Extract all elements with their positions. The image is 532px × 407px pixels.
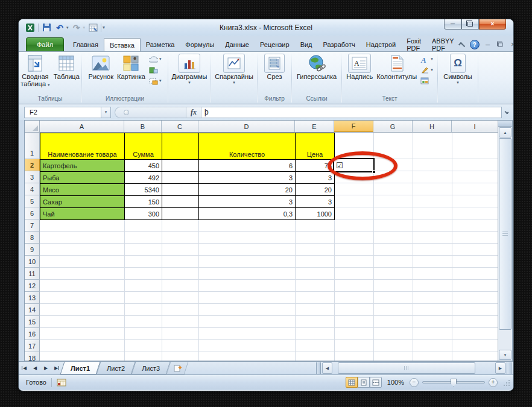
close-button[interactable]: × [479, 19, 506, 30]
view-normal-button[interactable] [346, 377, 358, 388]
tab-data[interactable]: Данные [220, 38, 255, 51]
picture-button[interactable]: Рисунок [87, 53, 116, 80]
cell-e2[interactable]: 75 [296, 160, 335, 172]
row-header-13[interactable]: 13 [25, 292, 40, 304]
expand-formula-bar-button[interactable] [502, 107, 511, 118]
clipart-button[interactable]: Картинка [115, 53, 147, 80]
horizontal-scroll-track[interactable] [333, 362, 495, 374]
cell-d1[interactable]: Количество [199, 133, 296, 160]
fill-handle[interactable] [372, 170, 376, 174]
cell-e6[interactable]: 1000 [296, 208, 335, 220]
vertical-scroll-track[interactable] [499, 138, 511, 349]
cell-b6[interactable]: 300 [125, 208, 162, 220]
name-box-dropdown[interactable]: ▾ [101, 107, 111, 118]
cell-b1[interactable]: Сумма [125, 133, 162, 160]
cell-a1[interactable]: Наименование товара [40, 133, 125, 160]
row-header-9[interactable]: 9 [25, 244, 40, 256]
cell-a5[interactable]: Сахар [40, 196, 125, 208]
sheet-tab-list1[interactable]: Лист1 [62, 362, 98, 374]
save-button[interactable] [41, 22, 52, 33]
symbols-button[interactable]: Ω Символы ▾ [442, 53, 474, 85]
charts-button[interactable]: Диаграммы ▾ [170, 53, 209, 85]
scroll-down-button[interactable]: ▼ [499, 350, 511, 360]
insert-worksheet-button[interactable] [168, 362, 186, 374]
vertical-scrollbar[interactable]: ▲ ▼ [498, 121, 512, 361]
scroll-left-button[interactable]: ◀ [322, 362, 332, 374]
cell-c4[interactable] [162, 184, 199, 196]
row-header-1[interactable]: 1 [25, 133, 40, 159]
row-header-11[interactable]: 11 [25, 268, 40, 280]
minimize-button[interactable]: ─ [444, 19, 461, 30]
cell-a6[interactable]: Чай [40, 208, 125, 220]
zoom-in-button[interactable]: + [489, 378, 498, 387]
workbook-close-button[interactable]: × [509, 40, 515, 49]
undo-dropdown[interactable]: ▾ [66, 25, 69, 30]
cell-e4[interactable]: 20 [296, 184, 335, 196]
horizontal-scroll-thumb[interactable] [338, 362, 475, 374]
cell-a3[interactable]: Рыба [40, 172, 125, 184]
screenshot-button[interactable]: ▾ [149, 77, 162, 85]
textbox-button[interactable]: A Надпись [344, 53, 375, 80]
view-page-break-button[interactable] [370, 377, 382, 388]
cell-e1[interactable]: Цена [296, 133, 335, 160]
row-header-15[interactable]: 15 [25, 316, 40, 328]
redo-button[interactable]: ↷ [71, 22, 82, 33]
view-page-layout-button[interactable] [358, 377, 370, 388]
cell-c1[interactable] [162, 133, 199, 160]
row-header-6[interactable]: 6 [25, 207, 40, 219]
cell-a2[interactable]: Картофель [40, 160, 125, 172]
resize-grip[interactable] [502, 379, 511, 388]
name-box[interactable]: F2 [24, 107, 101, 118]
undo-button[interactable]: ↶ [54, 22, 65, 33]
cell-d4[interactable]: 20 [199, 184, 296, 196]
row-header-8[interactable]: 8 [25, 232, 40, 244]
column-header-b[interactable]: B [124, 121, 162, 132]
insert-function-button[interactable]: fx [186, 107, 201, 118]
formula-input[interactable]: þ [201, 107, 502, 118]
row-header-12[interactable]: 12 [25, 280, 40, 292]
cell-c5[interactable] [162, 196, 199, 208]
horizontal-split-handle[interactable] [316, 362, 321, 374]
tab-home[interactable]: Главная [68, 38, 104, 51]
cell-d2[interactable]: 6 [199, 160, 296, 172]
row-header-18[interactable]: 18 [25, 352, 40, 361]
cell-c3[interactable] [162, 172, 199, 184]
zoom-out-button[interactable]: − [410, 378, 419, 387]
cell-a4[interactable]: Мясо [40, 184, 125, 196]
smartart-button[interactable] [149, 66, 162, 74]
customize-qat-button[interactable]: ▾ [103, 25, 105, 30]
cell-d3[interactable]: 3 [199, 172, 296, 184]
tab-addins[interactable]: Надстрой [361, 38, 401, 51]
column-header-g[interactable]: G [373, 121, 413, 132]
row-header-17[interactable]: 17 [25, 340, 40, 352]
tab-file[interactable]: Файл [26, 37, 64, 51]
column-header-i[interactable]: I [452, 121, 498, 132]
collapse-ribbon-icon[interactable] [458, 42, 464, 49]
tab-developer[interactable]: Разработч [318, 38, 361, 51]
row-header-2-selected[interactable]: 2 [25, 159, 40, 171]
cell-b4[interactable]: 5340 [125, 184, 162, 196]
cell-e3[interactable]: 3 [296, 172, 335, 184]
sparklines-button[interactable]: Спарклайны ▾ [213, 53, 255, 85]
tab-page-layout[interactable]: Разметка [141, 38, 180, 51]
tab-formulas[interactable]: Формулы [180, 38, 220, 51]
tab-abbyy-pdf[interactable]: ABBYY PDF [426, 38, 460, 51]
vertical-split-handle[interactable] [498, 121, 512, 127]
horizontal-split-handle-2[interactable] [507, 362, 511, 374]
cell-b5[interactable]: 150 [125, 196, 162, 208]
workbook-minimize-button[interactable]: ─ [484, 40, 492, 49]
vertical-scroll-thumb[interactable] [499, 138, 511, 330]
select-all-corner[interactable] [25, 121, 40, 133]
cell-b2[interactable]: 450 [125, 160, 162, 172]
sheet-tab-list3[interactable]: Лист3 [133, 362, 168, 374]
tab-insert[interactable]: Вставка [104, 38, 141, 51]
help-button[interactable]: ? [470, 40, 480, 49]
redo-dropdown[interactable]: ▾ [83, 25, 86, 30]
first-sheet-button[interactable]: ◀ [19, 362, 30, 374]
wordart-button[interactable]: A ▾ [420, 55, 433, 63]
object-button[interactable] [420, 77, 433, 85]
row-header-14[interactable]: 14 [25, 304, 40, 316]
row-header-10[interactable]: 10 [25, 256, 40, 268]
slicer-button[interactable]: Срез [262, 53, 287, 80]
datasheet-view-button[interactable] [87, 22, 98, 33]
